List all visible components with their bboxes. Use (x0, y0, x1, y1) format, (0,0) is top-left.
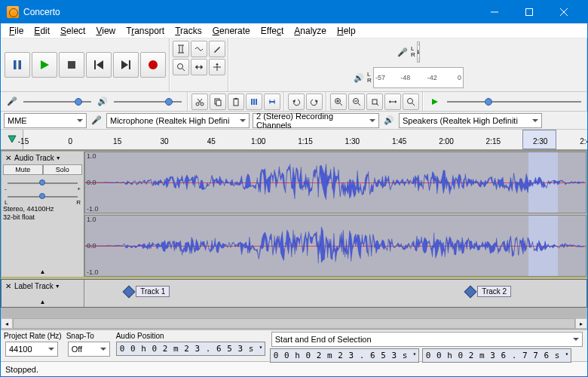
fit-selection-button[interactable] (366, 93, 383, 110)
play-at-speed (423, 92, 587, 111)
svg-marker-9 (96, 60, 103, 69)
envelope-tool[interactable] (191, 41, 207, 57)
titlebar: Concerto (1, 1, 587, 23)
timeline[interactable]: -1501530451:001:151:301:452:002:152:302:… (1, 130, 587, 150)
silence-button[interactable] (264, 93, 280, 110)
svg-rect-11 (129, 60, 130, 69)
label-track-name-dropdown[interactable]: Label Track (14, 281, 82, 291)
window-title: Concerto (23, 7, 477, 17)
pan-slider[interactable]: L R (3, 192, 82, 202)
draw-tool[interactable] (209, 41, 225, 57)
svg-rect-31 (216, 100, 221, 106)
play-vol-icon: 🔊 (96, 97, 109, 106)
selection-end-field[interactable]: 0 0 h 0 2 m 3 6 . 7 7 6 s (422, 348, 571, 363)
menu-transport[interactable]: Transport (121, 24, 170, 38)
project-rate-combo[interactable]: 44100 (5, 342, 58, 357)
waveform-right[interactable]: 1.0 0.0 -1.0 (84, 215, 586, 277)
waveform-left-svg (85, 152, 586, 213)
mic-icon[interactable]: 🎤 (396, 48, 409, 57)
menu-help[interactable]: Help (332, 24, 361, 38)
audio-track-body[interactable]: 1.0 0.0 -1.0 1.0 0.0 -1.0 (84, 152, 586, 277)
menu-effect[interactable]: Effect (256, 24, 289, 38)
label-track: ✕ Label Track ▲ Track 1 Track 2 (1, 279, 587, 308)
record-device-combo[interactable]: Microphone (Realtek High Defini (106, 113, 250, 128)
audio-track: ✕ Audio Track Mute Solo - + L R Stereo, … (1, 151, 587, 277)
waveform-left[interactable]: 1.0 0.0 -1.0 (84, 152, 586, 213)
paste-button[interactable] (228, 93, 244, 110)
audio-host-combo[interactable]: MME (4, 113, 87, 128)
audio-position-field[interactable]: 0 0 h 0 2 m 2 3 . 6 5 3 s (116, 342, 265, 356)
menu-analyze[interactable]: Analyze (289, 24, 332, 38)
trim-button[interactable] (246, 93, 262, 110)
menu-generate[interactable]: Generate (207, 24, 256, 38)
timeline-ruler[interactable]: -1501530451:001:151:301:452:002:152:302:… (23, 130, 587, 149)
record-volume-slider[interactable] (23, 95, 91, 109)
cut-button[interactable] (191, 93, 208, 110)
undo-redo (284, 92, 326, 111)
scroll-left-button[interactable]: ◂ (1, 318, 13, 329)
timeshift-tool[interactable] (191, 59, 207, 75)
undo-button[interactable] (288, 93, 305, 110)
menu-edit[interactable]: Edit (29, 24, 55, 38)
label-track-close-button[interactable]: ✕ (3, 282, 14, 290)
minimize-button[interactable] (477, 1, 512, 23)
snap-to-combo[interactable]: Off (68, 342, 110, 357)
svg-marker-53 (395, 100, 397, 103)
play-at-speed-button[interactable] (427, 93, 443, 110)
copy-button[interactable] (210, 93, 226, 110)
zoom-out-button[interactable] (348, 93, 365, 110)
record-channels-combo[interactable]: 2 (Stereo) Recording Channels (253, 113, 379, 128)
mic-vol-icon: 🎤 (5, 97, 19, 106)
status-bar: Stopped. (1, 361, 587, 376)
stop-button[interactable] (59, 52, 84, 78)
snap-box: Snap-To Off (66, 332, 112, 360)
svg-point-12 (149, 60, 158, 69)
selection-mode-combo[interactable]: Start and End of Selection (271, 332, 583, 347)
menu-file[interactable]: File (4, 24, 29, 38)
fit-project-button[interactable] (384, 93, 401, 110)
label-track-body[interactable]: Track 1 Track 2 (84, 280, 586, 307)
mute-button[interactable]: Mute (3, 164, 43, 175)
gain-slider[interactable]: - + (3, 178, 82, 188)
menu-tracks[interactable]: Tracks (170, 24, 207, 38)
skip-end-button[interactable] (113, 52, 139, 78)
zoom-toggle-button[interactable] (403, 93, 419, 110)
redo-button[interactable] (306, 93, 323, 110)
label-track-collapse-button[interactable]: ▲ (3, 299, 82, 305)
record-button[interactable] (140, 52, 166, 78)
tracks-area: ✕ Audio Track Mute Solo - + L R Stereo, … (1, 150, 587, 317)
menu-view[interactable]: View (90, 24, 121, 38)
status-text: Stopped. (5, 365, 38, 374)
svg-rect-33 (235, 98, 237, 100)
meter-lr-label2: LR (367, 72, 372, 84)
scroll-right-button[interactable]: ▸ (575, 318, 587, 329)
playback-speed-slider[interactable] (447, 95, 581, 109)
multi-tool[interactable] (209, 59, 225, 75)
selection-tool[interactable] (173, 41, 189, 57)
track-name-dropdown[interactable]: Audio Track (14, 153, 82, 163)
playback-meter[interactable]: -57 -48 -42 0 (373, 67, 464, 88)
speaker-icon[interactable]: 🔊 (352, 73, 366, 83)
selection-start-field[interactable]: 0 0 h 0 2 m 2 3 . 6 5 3 s (270, 348, 419, 363)
tools-grid (170, 38, 228, 91)
playback-volume-slider[interactable] (114, 95, 182, 109)
playback-device-combo[interactable]: Speakers (Realtek High Definiti (399, 113, 542, 128)
label-marker-2[interactable]: Track 2 (466, 286, 511, 297)
close-button[interactable] (547, 1, 581, 23)
play-button[interactable] (32, 52, 57, 78)
svg-marker-6 (41, 60, 49, 69)
track-close-button[interactable]: ✕ (3, 154, 14, 162)
meters: 🎤 LR -57 -54 -51 -48 -45 -42 Click to St… (228, 38, 587, 91)
skip-start-button[interactable] (86, 52, 112, 78)
solo-button[interactable]: Solo (43, 164, 83, 175)
record-meter[interactable]: -57 -54 -51 -48 -45 -42 Click to Start M… (417, 41, 420, 63)
pause-button[interactable] (5, 52, 30, 78)
zoom-tool[interactable] (173, 59, 189, 75)
svg-point-54 (408, 98, 413, 103)
track-collapse-button[interactable]: ▲ (3, 268, 82, 275)
zoom-in-button[interactable] (330, 93, 347, 110)
menu-select[interactable]: Select (55, 24, 90, 38)
label-marker-1[interactable]: Track 1 (124, 286, 170, 297)
horizontal-scrollbar[interactable]: ◂ ▸ (1, 317, 587, 329)
maximize-button[interactable] (512, 1, 547, 23)
